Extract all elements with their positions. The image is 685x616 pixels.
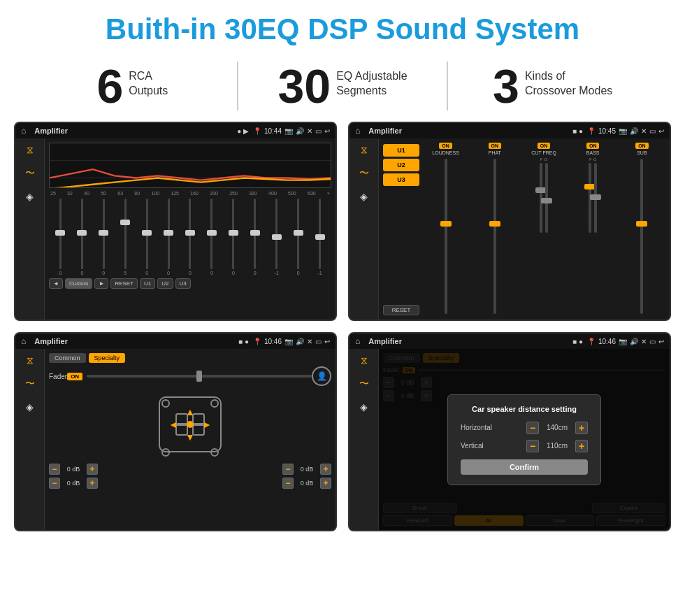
nav-down-arrow[interactable]: ▼ — [185, 431, 195, 443]
crossover-channels: ON LOUDNESS ON PHAT — [422, 143, 665, 315]
loudness-slider[interactable] — [422, 157, 469, 315]
u1-preset[interactable]: U1 — [383, 144, 419, 157]
center-dot — [187, 421, 194, 428]
freq-more: » — [327, 191, 330, 196]
time-3: 10:46 — [264, 338, 282, 345]
u1-button[interactable]: U1 — [140, 278, 155, 289]
eq-slider-6[interactable]: 0 — [180, 199, 201, 275]
u3-preset[interactable]: U3 — [383, 173, 419, 186]
db-minus-rl[interactable]: − — [49, 478, 60, 489]
fader-on-badge[interactable]: ON — [67, 373, 82, 380]
eq-slider-9[interactable]: 0 — [245, 199, 265, 275]
speaker-fr — [210, 399, 219, 408]
db-minus-rr[interactable]: − — [282, 478, 294, 489]
eq-slider-10[interactable]: -1 — [266, 199, 287, 275]
sidebar-wave-icon-3[interactable]: 〜 — [25, 378, 35, 390]
eq-slider-4[interactable]: 0 — [137, 199, 157, 275]
db-plus-fr[interactable]: + — [320, 464, 331, 475]
loudness-on[interactable]: ON — [439, 143, 452, 149]
settings-icon[interactable]: 👤 — [312, 366, 331, 386]
battery-icon-1: ▭ — [315, 127, 322, 135]
sidebar-speaker-icon[interactable]: ◈ — [26, 191, 34, 202]
stat-crossover-number: 3 — [493, 62, 519, 110]
horizontal-plus[interactable]: + — [575, 422, 588, 434]
bass-slider[interactable]: F G — [570, 157, 616, 315]
db-row-fl: − 0 dB + — [49, 464, 98, 475]
channel-bass: ON BASS F G — [570, 143, 616, 315]
db-minus-fr[interactable]: − — [282, 464, 294, 475]
cutfreq-slider[interactable]: F G — [520, 157, 567, 315]
db-plus-rl[interactable]: + — [87, 478, 98, 489]
db-val-fl: 0 dB — [63, 466, 84, 473]
u2-preset[interactable]: U2 — [383, 159, 419, 171]
crossover-presets: U1 U2 U3 RESET — [383, 143, 419, 315]
phat-on[interactable]: ON — [489, 143, 502, 149]
app-name-3: Amplifier — [34, 337, 234, 345]
sidebar-eq-icon-4[interactable]: ⧖ — [361, 354, 368, 366]
eq-slider-2[interactable]: 0 — [94, 199, 114, 275]
next-button[interactable]: ► — [94, 278, 108, 289]
sidebar-eq-icon-3[interactable]: ⧖ — [27, 354, 34, 366]
db-plus-fl[interactable]: + — [87, 464, 98, 475]
eq-slider-5[interactable]: 0 — [159, 199, 179, 275]
preset-custom[interactable]: Custom — [65, 278, 93, 289]
u2-button[interactable]: U2 — [157, 278, 173, 289]
back-icon-3[interactable]: ↩ — [324, 338, 330, 345]
reset-button[interactable]: RESET — [110, 278, 138, 289]
u3-button[interactable]: U3 — [175, 278, 191, 289]
horizontal-minus[interactable]: − — [526, 422, 539, 434]
nav-right-arrow[interactable]: ► — [202, 419, 212, 430]
freq-125: 125 — [171, 191, 179, 196]
sub-slider[interactable] — [619, 157, 665, 315]
crossover-reset[interactable]: RESET — [383, 305, 419, 315]
sidebar-speaker-icon-2[interactable]: ◈ — [360, 191, 368, 202]
sidebar-wave-icon[interactable]: 〜 — [25, 167, 35, 180]
tab-specialty[interactable]: Specialty — [89, 353, 126, 363]
page-header: Buith-in 30EQ DSP Sound System — [0, 0, 685, 53]
vertical-minus[interactable]: − — [526, 440, 539, 452]
sub-on[interactable]: ON — [635, 143, 649, 149]
sidebar-speaker-icon-3[interactable]: ◈ — [26, 401, 34, 413]
eq-slider-3[interactable]: 5 — [115, 199, 136, 275]
vertical-value: 110cm — [543, 442, 571, 450]
sidebar-speaker-icon-4[interactable]: ◈ — [360, 401, 368, 413]
battery-icon-3: ▭ — [315, 338, 322, 345]
eq-slider-8[interactable]: 0 — [223, 199, 243, 275]
back-icon-1[interactable]: ↩ — [324, 127, 330, 135]
tab-common[interactable]: Common — [49, 353, 86, 363]
phat-slider[interactable] — [471, 157, 518, 315]
eq-bottom-controls: ◄ Custom ► RESET U1 U2 U3 — [49, 278, 331, 289]
confirm-button[interactable]: Confirm — [461, 459, 588, 475]
sidebar-wave-icon-4[interactable]: 〜 — [359, 378, 369, 390]
cutfreq-on[interactable]: ON — [538, 143, 551, 149]
prev-button[interactable]: ◄ — [49, 278, 63, 289]
eq-slider-7[interactable]: 0 — [201, 199, 222, 275]
vertical-plus[interactable]: + — [575, 440, 588, 452]
home-icon-2[interactable]: ⌂ — [355, 126, 360, 136]
bass-on[interactable]: ON — [586, 143, 600, 149]
status-icons-3: 📍 10:46 📷 🔊 ✕ ▭ ↩ — [253, 338, 330, 345]
back-icon-2[interactable]: ↩ — [658, 127, 664, 135]
sidebar-wave-icon-2[interactable]: 〜 — [359, 167, 369, 180]
eq-slider-0[interactable]: 0 — [50, 199, 71, 275]
location-icon-2: 📍 — [587, 127, 596, 135]
db-minus-fl[interactable]: − — [49, 464, 60, 475]
nav-up-arrow[interactable]: ▲ — [185, 406, 195, 417]
dialog-vertical-row: Vertical − 110cm + — [461, 440, 588, 452]
db-plus-rr[interactable]: + — [320, 478, 331, 489]
back-icon-4[interactable]: ↩ — [658, 338, 664, 345]
eq-slider-12[interactable]: -1 — [310, 199, 330, 275]
nav-left-arrow[interactable]: ◄ — [168, 419, 178, 430]
status-bar-2: ⌂ Amplifier ■ ● 📍 10:45 📷 🔊 ✕ ▭ ↩ — [349, 123, 670, 138]
home-icon-1[interactable]: ⌂ — [21, 126, 26, 136]
eq-slider-1[interactable]: 0 — [72, 199, 92, 275]
home-icon-4[interactable]: ⌂ — [355, 336, 360, 346]
x-icon-4: ✕ — [641, 338, 647, 345]
screen1-sidebar: ⧖ 〜 ◈ — [15, 138, 45, 320]
freq-50: 50 — [101, 191, 106, 196]
sidebar-eq-icon-2[interactable]: ⧖ — [361, 144, 368, 156]
eq-slider-11[interactable]: 0 — [288, 199, 308, 275]
home-icon-3[interactable]: ⌂ — [21, 336, 26, 346]
sidebar-eq-icon[interactable]: ⧖ — [27, 144, 34, 156]
location-icon-3: 📍 — [253, 338, 261, 345]
